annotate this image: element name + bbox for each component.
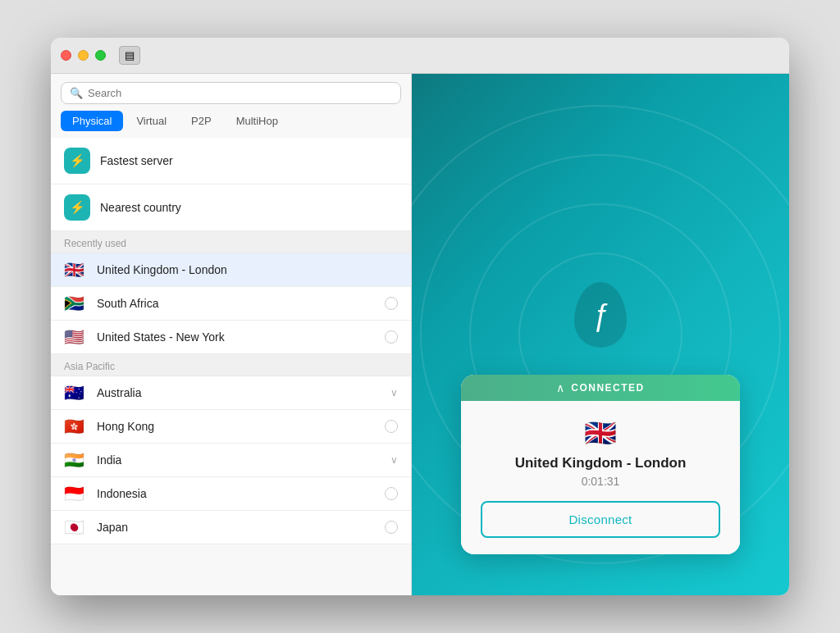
- connected-header: ∧ CONNECTED: [461, 375, 740, 401]
- titlebar: ▤: [51, 38, 789, 74]
- radio-circle: [385, 420, 398, 433]
- server-list: ⚡ Fastest server ⚡ Nearest country Recen…: [51, 138, 411, 595]
- au-flag: 🇦🇺: [64, 385, 87, 401]
- nearest-country-item[interactable]: ⚡ Nearest country: [51, 184, 411, 231]
- radio-circle: [385, 521, 398, 534]
- radio-circle: [385, 297, 398, 310]
- id-flag: 🇮🇩: [64, 485, 87, 502]
- connected-timer: 0:01:31: [481, 475, 720, 488]
- tab-bar: Physical Virtual P2P MultiHop: [51, 104, 411, 138]
- search-input[interactable]: [88, 87, 392, 99]
- search-input-wrap: 🔍: [61, 82, 401, 104]
- za-flag: 🇿🇦: [64, 295, 87, 312]
- chevron-up-icon: ∧: [556, 381, 564, 394]
- content-area: 🔍 Physical Virtual P2P MultiHop ⚡ Fastes…: [51, 74, 789, 595]
- minimize-button[interactable]: [78, 50, 89, 61]
- surfshark-s-icon: ƒ: [592, 298, 609, 332]
- connected-flag: 🇬🇧: [481, 417, 720, 449]
- fastest-server-item[interactable]: ⚡ Fastest server: [51, 138, 411, 184]
- list-item[interactable]: 🇿🇦 South Africa: [51, 287, 411, 321]
- list-item[interactable]: 🇮🇳 India ∨: [51, 444, 411, 477]
- sidebar-toggle-button[interactable]: ▤: [119, 46, 140, 65]
- uk-london-name: United Kingdom - London: [97, 263, 398, 276]
- tab-physical[interactable]: Physical: [61, 111, 123, 131]
- sidebar-toggle-icon: ▤: [125, 49, 135, 61]
- hong-kong-name: Hong Kong: [97, 420, 375, 433]
- in-flag: 🇮🇳: [64, 452, 87, 468]
- list-item[interactable]: 🇬🇧 United Kingdom - London: [51, 253, 411, 287]
- nearest-icon: ⚡: [64, 194, 90, 221]
- asia-pacific-header: Asia Pacific: [51, 354, 411, 376]
- sidebar: 🔍 Physical Virtual P2P MultiHop ⚡ Fastes…: [51, 74, 412, 595]
- search-icon: 🔍: [70, 87, 83, 99]
- close-button[interactable]: [61, 50, 71, 61]
- search-bar: 🔍: [51, 74, 411, 104]
- us-newyork-name: United States - New York: [97, 330, 375, 344]
- main-panel: ƒ ∧ CONNECTED 🇬🇧 United Kingdom - London…: [412, 74, 789, 595]
- connected-country: United Kingdom - London: [481, 455, 720, 471]
- india-name: India: [97, 453, 381, 467]
- list-item[interactable]: 🇭🇰 Hong Kong: [51, 410, 411, 444]
- disconnect-button[interactable]: Disconnect: [481, 501, 720, 538]
- list-item[interactable]: 🇺🇸 United States - New York: [51, 321, 411, 354]
- japan-name: Japan: [97, 521, 375, 534]
- tab-p2p[interactable]: P2P: [180, 111, 223, 131]
- indonesia-name: Indonesia: [97, 487, 375, 500]
- radio-circle: [385, 330, 398, 344]
- us-flag: 🇺🇸: [64, 329, 87, 345]
- jp-flag: 🇯🇵: [64, 519, 87, 535]
- tab-multihop[interactable]: MultiHop: [225, 111, 290, 131]
- fastest-icon: ⚡: [64, 148, 90, 174]
- fastest-label: Fastest server: [100, 154, 173, 167]
- maximize-button[interactable]: [95, 50, 106, 61]
- chevron-down-icon: ∨: [390, 454, 398, 466]
- tab-virtual[interactable]: Virtual: [125, 111, 178, 131]
- uk-flag: 🇬🇧: [64, 262, 87, 278]
- list-item[interactable]: 🇮🇩 Indonesia: [51, 477, 411, 511]
- app-window: ▤ 🔍 Physical Virtual P2P MultiHop: [51, 38, 789, 595]
- connected-card: ∧ CONNECTED 🇬🇧 United Kingdom - London 0…: [461, 375, 740, 554]
- list-item[interactable]: 🇦🇺 Australia ∨: [51, 376, 411, 410]
- hk-flag: 🇭🇰: [64, 418, 87, 435]
- south-africa-name: South Africa: [97, 297, 375, 310]
- chevron-down-icon: ∨: [390, 387, 398, 398]
- list-item[interactable]: 🇯🇵 Japan: [51, 511, 411, 544]
- radio-circle: [385, 487, 398, 500]
- nearest-label: Nearest country: [100, 201, 181, 214]
- connected-body: 🇬🇧 United Kingdom - London 0:01:31 Disco…: [461, 401, 740, 554]
- connected-status-label: CONNECTED: [571, 382, 645, 394]
- recently-used-header: Recently used: [51, 231, 411, 253]
- australia-name: Australia: [97, 386, 381, 399]
